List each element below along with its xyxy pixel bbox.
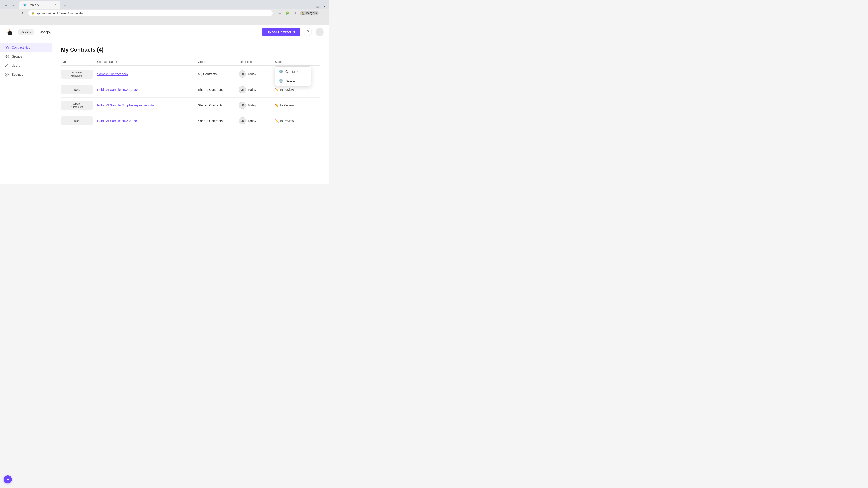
sort-arrow-icon: ↑ — [254, 61, 256, 63]
back-btn[interactable]: ← — [3, 2, 9, 8]
tab-label: Robin AI — [29, 3, 39, 6]
group-cell: Shared Contracts — [198, 103, 239, 107]
body-layout: Contract Hub Groups Users Settings — [0, 39, 329, 184]
edited-cell-4: LD Today — [239, 117, 275, 125]
contract-link-2[interactable]: Robin AI Sample NDA 1.docx — [97, 88, 138, 92]
contract-link-4[interactable]: Robin AI Sample NDA 2.docx — [97, 119, 138, 123]
sidebar-users-label: Users — [12, 64, 20, 67]
download-icon[interactable]: ⬇ — [292, 10, 298, 16]
stage-text-2: In Review — [280, 88, 294, 92]
stage-text-3: In Review — [280, 103, 294, 107]
actions-cell-3: ⋮ — [311, 102, 320, 108]
review-label: Review — [21, 30, 31, 34]
actions-cell-4: ⋮ — [311, 118, 320, 124]
sidebar: Contract Hub Groups Users Settings — [0, 39, 52, 184]
browser-toolbar-icons: ☆ 🧩 ⬇ 🕵 Incognito ⋮ — [277, 10, 327, 16]
tab-bar: ← → 🐦 Robin AI ✕ + ─ □ ✕ — [0, 0, 329, 8]
type-badge-articles: Articles ofAssociation — [61, 70, 93, 78]
grid-icon — [4, 54, 9, 59]
tab-close-btn[interactable]: ✕ — [54, 3, 57, 6]
stage-icon-3: ✏️ — [275, 103, 279, 107]
address-bar-row: ← → ↻ 🔒 app.robinai.co.uk/review/contrac… — [0, 8, 329, 18]
user-avatar-2: LD — [239, 86, 246, 93]
delete-label: Delete — [285, 79, 294, 83]
user-icon — [4, 63, 9, 68]
browser-menu-icon[interactable]: ⋮ — [320, 10, 327, 16]
group-name-3: Shared Contracts — [198, 103, 223, 107]
svg-point-10 — [6, 74, 7, 75]
window-controls: ─ □ ✕ — [309, 4, 327, 8]
user-avatar-1: LD — [239, 70, 246, 78]
svg-rect-8 — [7, 57, 8, 58]
col-header-group: Group — [198, 60, 239, 64]
bookmark-icon[interactable]: ☆ — [277, 10, 283, 16]
type-cell: NDA — [61, 116, 97, 125]
type-cell: NDA — [61, 85, 97, 94]
minimize-btn[interactable]: ─ — [309, 4, 313, 8]
group-cell: My Contracts — [198, 72, 239, 76]
name-cell: Sample Contract.docx — [97, 72, 198, 76]
edited-cell-3: LD Today — [239, 102, 275, 109]
name-cell: Robin AI Sample Supplier Agreement.docx — [97, 103, 198, 107]
more-btn-3[interactable]: ⋮ — [311, 102, 317, 108]
group-name-1: My Contracts — [198, 72, 217, 76]
main-content: My Contracts (4) Type Contract Name Grou… — [52, 39, 329, 184]
active-tab[interactable]: 🐦 Robin AI ✕ — [20, 1, 60, 8]
actions-cell-1: ⋮ — [311, 71, 320, 77]
app-container: Review Moodjoy Upload Contract ⬆ ? LD Co… — [0, 25, 329, 184]
more-btn-1[interactable]: ⋮ — [311, 71, 317, 77]
sidebar-item-groups[interactable]: Groups — [0, 52, 52, 61]
stage-icon-4: ✏️ — [275, 119, 279, 123]
name-cell: Robin AI Sample NDA 1.docx — [97, 88, 198, 92]
svg-point-3 — [9, 30, 10, 31]
svg-rect-7 — [5, 57, 6, 58]
forward-btn[interactable]: → — [10, 2, 17, 8]
logo — [5, 28, 14, 37]
contract-link-1[interactable]: Sample Contract.docx — [97, 72, 128, 76]
nav-forward[interactable]: → — [11, 10, 18, 16]
date-1: Today — [248, 72, 256, 76]
stage-cell-2: ✏️ In Review — [275, 88, 311, 92]
new-tab-btn[interactable]: + — [62, 2, 68, 8]
sidebar-spacer — [0, 79, 52, 184]
top-nav: Review Moodjoy Upload Contract ⬆ ? LD — [0, 25, 329, 39]
svg-point-4 — [10, 30, 11, 31]
more-btn-2[interactable]: ⋮ — [311, 87, 317, 93]
address-bar[interactable]: 🔒 app.robinai.co.uk/review/contract-hub — [29, 10, 273, 16]
maximize-btn[interactable]: □ — [315, 4, 320, 8]
delete-icon: 🗑️ — [279, 79, 283, 84]
date-3: Today — [248, 103, 256, 107]
nav-reload[interactable]: ↻ — [20, 10, 26, 16]
date-2: Today — [248, 88, 256, 92]
contract-row: NDA Robin AI Sample NDA 2.docx Shared Co… — [61, 113, 320, 129]
delete-menu-item[interactable]: 🗑️ Delete — [275, 76, 311, 86]
sidebar-item-contract-hub[interactable]: Contract Hub — [0, 43, 52, 52]
nav-back[interactable]: ← — [3, 10, 9, 16]
contract-link-3[interactable]: Robin AI Sample Supplier Agreement.docx — [97, 103, 157, 107]
svg-point-9 — [6, 64, 7, 65]
user-avatar[interactable]: LD — [315, 28, 324, 36]
upload-contract-btn[interactable]: Upload Contract ⬆ — [262, 28, 300, 36]
extensions-icon[interactable]: 🧩 — [284, 10, 291, 16]
col-header-type: Type — [61, 60, 97, 64]
svg-rect-6 — [7, 55, 8, 56]
contract-row: SupplierAgreement Robin AI Sample Suppli… — [61, 98, 320, 113]
more-btn-4[interactable]: ⋮ — [311, 118, 317, 124]
review-badge[interactable]: Review — [18, 29, 34, 35]
type-badge-supplier: SupplierAgreement — [61, 101, 93, 110]
context-menu: ⚙️ Configure 🗑️ Delete — [275, 66, 311, 86]
configure-menu-item[interactable]: ⚙️ Configure — [275, 67, 311, 76]
sidebar-groups-label: Groups — [12, 55, 22, 58]
lock-icon: 🔒 — [31, 11, 35, 15]
sidebar-item-settings[interactable]: Settings — [0, 70, 52, 79]
incognito-icon: 🕵 — [302, 11, 305, 15]
stage-text-4: In Review — [280, 119, 294, 123]
help-btn[interactable]: ? — [304, 28, 312, 36]
configure-icon: ⚙️ — [279, 69, 283, 74]
stage-cell-4: ✏️ In Review — [275, 119, 311, 123]
sidebar-item-users[interactable]: Users — [0, 61, 52, 70]
incognito-label: Incognito — [306, 11, 317, 15]
actions-cell-2: ⋮ — [311, 87, 320, 93]
page-title: My Contracts (4) — [61, 46, 320, 53]
close-btn[interactable]: ✕ — [322, 4, 327, 8]
